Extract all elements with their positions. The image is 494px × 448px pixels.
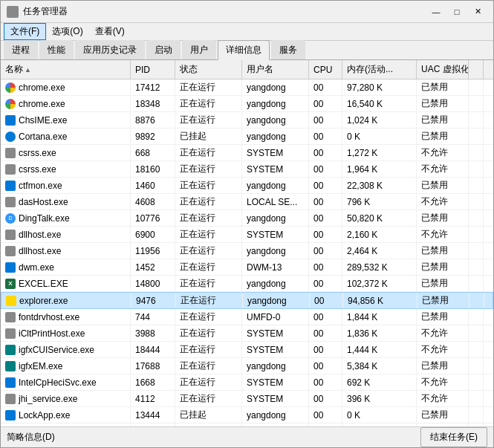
table-row[interactable]: IntelCpHeciSvc.exe 1668 正在运行 SYSTEM 00 6… xyxy=(1,374,493,391)
cell-status: 正在运行 xyxy=(175,112,242,128)
cell-pid: 18348 xyxy=(131,96,175,111)
cell-spacer xyxy=(469,210,484,226)
cell-name: X EXCEL.EXE xyxy=(1,276,131,291)
minimize-button[interactable]: — xyxy=(426,4,446,19)
cell-spacer xyxy=(469,243,484,259)
maximize-button[interactable]: □ xyxy=(447,4,467,19)
table-row[interactable]: igfxCUIService.exe 18444 正在运行 SYSTEM 00 … xyxy=(1,342,493,358)
cell-cpu: 00 xyxy=(309,79,342,95)
cell-username: yangdong xyxy=(242,112,309,128)
table-row[interactable]: dwm.exe 1452 正在运行 DWM-13 00 289,532 K 已禁… xyxy=(1,259,493,276)
table-row[interactable]: dllhost.exe 11956 正在运行 yangdong 00 2,464… xyxy=(1,243,493,259)
cell-pid: 3988 xyxy=(131,325,175,341)
table-row[interactable]: X EXCEL.EXE 14800 正在运行 yangdong 00 102,3… xyxy=(1,276,493,292)
table-row[interactable]: explorer.exe 9476 正在运行 yangdong 00 94,85… xyxy=(1,292,493,309)
cell-cpu: 00 xyxy=(309,358,342,374)
col-status[interactable]: 状态 xyxy=(175,60,242,79)
cell-cpu: 00 xyxy=(309,129,342,144)
table-row[interactable]: dasHost.exe 4608 正在运行 LOCAL SE... 00 796… xyxy=(1,194,493,210)
table-row[interactable]: Cortana.exe 9892 已挂起 yangdong 00 0 K 已禁用 xyxy=(1,129,493,145)
cell-pid: 17412 xyxy=(131,79,175,95)
table-row[interactable]: chrome.exe 17412 正在运行 yangdong 00 97,280… xyxy=(1,79,493,96)
cell-cpu: 00 xyxy=(309,227,342,242)
table-row[interactable]: igfxEM.exe 17688 正在运行 yangdong 00 5,384 … xyxy=(1,358,493,374)
col-username[interactable]: 用户名 xyxy=(242,60,309,79)
cell-uac: 不允许 xyxy=(417,194,469,210)
table-row[interactable]: chrome.exe 18348 正在运行 yangdong 00 16,540… xyxy=(1,96,493,112)
cell-name: igfxEM.exe xyxy=(1,358,131,374)
close-button[interactable]: ✕ xyxy=(468,4,487,19)
cell-username: yangdong xyxy=(242,276,309,291)
table-row[interactable]: D DingTalk.exe 10776 正在运行 yangdong 00 50… xyxy=(1,210,493,227)
cell-status: 已挂起 xyxy=(175,407,242,423)
cell-spacer xyxy=(469,407,484,423)
tab-process[interactable]: 进程 xyxy=(4,40,38,59)
col-name[interactable]: 名称 ▲ xyxy=(1,60,131,79)
table-row[interactable]: csrss.exe 668 正在运行 SYSTEM 00 1,272 K 不允许 xyxy=(1,145,493,161)
col-pid[interactable]: PID xyxy=(131,60,175,79)
cell-status: 正在运行 xyxy=(175,259,242,275)
menu-options[interactable]: 选项(O) xyxy=(46,23,88,40)
end-task-button[interactable]: 结束任务(E) xyxy=(420,427,487,447)
cell-uac: 已禁用 xyxy=(417,243,469,259)
tab-details[interactable]: 详细信息 xyxy=(218,40,270,60)
cell-cpu: 00 xyxy=(309,161,342,177)
cell-cpu: 00 xyxy=(309,342,342,357)
cell-cpu: 00 xyxy=(309,309,342,325)
cell-uac: 已禁用 xyxy=(417,79,469,95)
cell-status: 正在运行 xyxy=(175,178,242,193)
cell-memory: 796 K xyxy=(342,194,417,210)
cell-status: 正在运行 xyxy=(175,276,242,291)
table-row[interactable]: ctfmon.exe 1460 正在运行 yangdong 00 22,308 … xyxy=(1,178,493,194)
cell-spacer xyxy=(469,194,484,210)
cell-username: yangdong xyxy=(242,243,309,259)
process-table: 名称 ▲ PID 状态 用户名 CPU 内存(活动... UAC 虚拟化 chr… xyxy=(1,60,493,426)
table-row[interactable]: ChsIME.exe 8876 正在运行 yangdong 00 1,024 K… xyxy=(1,112,493,129)
tab-startup[interactable]: 启动 xyxy=(146,40,181,59)
tab-performance[interactable]: 性能 xyxy=(39,40,74,59)
cell-memory: 1,272 K xyxy=(342,145,417,160)
title-bar: 任务管理器 — □ ✕ xyxy=(1,1,493,23)
tab-services[interactable]: 服务 xyxy=(271,40,305,59)
table-row[interactable]: jhi_service.exe 4112 正在运行 SYSTEM 00 396 … xyxy=(1,391,493,407)
cell-memory: 396 K xyxy=(342,391,417,406)
cell-status: 正在运行 xyxy=(176,293,243,308)
table-row[interactable]: iCltPrintHost.exe 3988 正在运行 SYSTEM 00 1,… xyxy=(1,325,493,342)
cell-cpu: 00 xyxy=(309,194,342,210)
col-cpu[interactable]: CPU xyxy=(309,60,342,79)
table-row[interactable]: LockApp.exe 13444 已挂起 yangdong 00 0 K 已禁… xyxy=(1,407,493,423)
menu-bar: 文件(F) 选项(O) 查看(V) xyxy=(1,23,493,41)
cell-spacer xyxy=(469,309,484,325)
table-row[interactable]: dllhost.exe 6900 正在运行 SYSTEM 00 2,160 K … xyxy=(1,227,493,243)
col-uac[interactable]: UAC 虚拟化 xyxy=(417,60,469,79)
cell-cpu: 00 xyxy=(309,259,342,275)
cell-uac: 已禁用 xyxy=(417,407,469,423)
status-info[interactable]: 简略信息(D) xyxy=(7,431,55,444)
cell-pid: 4608 xyxy=(131,194,175,210)
menu-file[interactable]: 文件(F) xyxy=(4,23,46,40)
cell-username: SYSTEM xyxy=(242,342,309,357)
cell-name: dwm.exe xyxy=(1,259,131,275)
cell-memory: 1,964 K xyxy=(342,161,417,177)
cell-pid: 1668 xyxy=(131,374,175,390)
cell-uac: 不允许 xyxy=(417,227,469,242)
table-header: 名称 ▲ PID 状态 用户名 CPU 内存(活动... UAC 虚拟化 xyxy=(1,60,493,79)
tab-users[interactable]: 用户 xyxy=(182,40,216,59)
cell-username: LOCAL SE... xyxy=(242,194,309,210)
table-row[interactable]: csrss.exe 18160 正在运行 SYSTEM 00 1,964 K 不… xyxy=(1,161,493,178)
col-memory[interactable]: 内存(活动... xyxy=(342,60,417,79)
cell-spacer xyxy=(469,358,484,374)
cell-spacer xyxy=(469,79,484,95)
table-body[interactable]: chrome.exe 17412 正在运行 yangdong 00 97,280… xyxy=(1,79,493,426)
cell-uac: 已禁用 xyxy=(417,358,469,374)
cell-pid: 9476 xyxy=(131,293,176,308)
cell-pid: 11956 xyxy=(131,243,175,259)
tab-apphistory[interactable]: 应用历史记录 xyxy=(75,40,145,59)
cell-username: SYSTEM xyxy=(242,161,309,177)
cell-memory: 22,308 K xyxy=(342,178,417,193)
menu-view[interactable]: 查看(V) xyxy=(89,23,131,40)
cell-uac: 已禁用 xyxy=(417,96,469,111)
table-row[interactable]: fontdrvhost.exe 744 正在运行 UMFD-0 00 1,844… xyxy=(1,309,493,325)
cell-status: 正在运行 xyxy=(175,342,242,357)
cell-cpu: 00 xyxy=(309,276,342,291)
